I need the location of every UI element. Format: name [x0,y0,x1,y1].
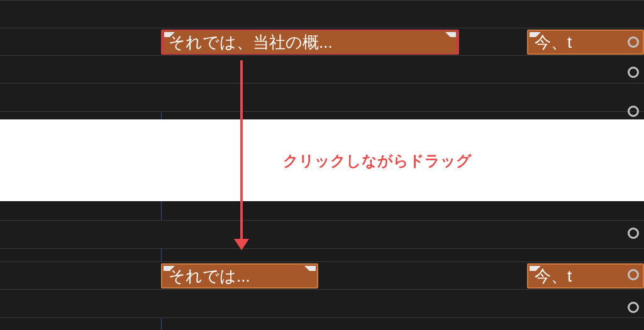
caption-track[interactable]: それでは... 今、t [0,261,644,290]
audio-track-1[interactable] [0,55,644,84]
clip-trim-handle-left[interactable] [161,30,164,55]
video-track-upper[interactable] [0,0,644,29]
keyframe-marker[interactable] [628,302,639,313]
keyframe-marker[interactable] [628,228,639,239]
audio-track-2[interactable] [0,83,644,112]
clip-corner-icon [164,32,175,43]
timeline-panel-before: それでは、当社の概... 今、t [0,0,644,119]
keyframe-marker[interactable] [628,106,639,117]
clip-corner-icon [530,266,541,277]
clip-corner-icon [445,32,457,43]
keyframe-marker[interactable] [628,36,639,48]
audio-track-1[interactable] [0,289,644,318]
instruction-band: クリックしながらドラッグ [0,119,644,201]
keyframe-marker[interactable] [628,67,639,78]
clip-corner-icon [530,32,541,43]
video-track-upper[interactable] [0,220,644,249]
caption-clip-next[interactable]: 今、t [527,263,644,289]
arrow-head-icon [234,239,249,250]
clip-corner-icon [164,266,175,277]
arrow-shaft [240,60,243,240]
keyframe-marker[interactable] [628,269,639,280]
caption-clip-next[interactable]: 今、t [527,30,644,55]
clip-label: それでは... [169,267,250,285]
caption-clip-selected[interactable]: それでは、当社の概... [161,30,459,55]
instruction-text: クリックしながらドラッグ [283,151,472,171]
drag-arrow [234,60,249,249]
caption-clip-trimmed[interactable]: それでは... [161,263,318,289]
clip-trim-handle-right[interactable] [456,30,459,55]
clip-corner-icon [304,266,316,277]
timeline-panel-after: それでは... 今、t [0,201,644,330]
caption-track[interactable]: それでは、当社の概... 今、t [0,28,644,57]
clip-label: それでは、当社の概... [169,33,333,52]
